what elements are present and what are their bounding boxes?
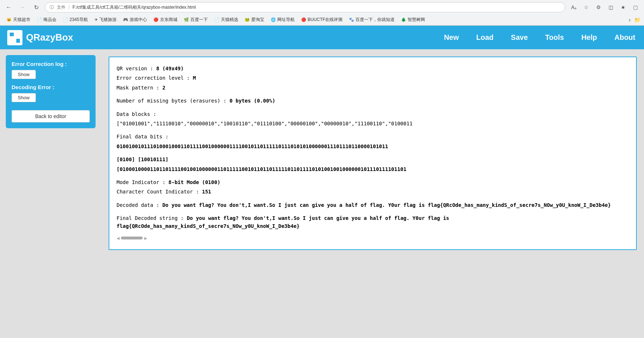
final-data-bits-label-line: Final data bits : — [117, 133, 629, 141]
bookmarks-more-button[interactable]: › — [627, 17, 632, 23]
doc-label: 文件 — [57, 4, 66, 11]
back-nav-button[interactable]: ← — [4, 2, 14, 12]
error-correction-value: M — [193, 75, 196, 81]
bookmark-label: 天猫超市 — [13, 17, 30, 23]
bookmark-label: 2345导航 — [70, 17, 88, 23]
bookmark-zhihui[interactable]: 🌲 智慧树网 — [398, 16, 428, 24]
decoded-data-value: Do you want flag? You don't,I want.So I … — [162, 202, 611, 208]
qr-version-line: QR version : 8 (49x49) — [117, 64, 629, 72]
browser-toolbar: ← → ↻ ⓘ 文件 | F:/ctf集成工具/ctf工具箱/二维码相关/qra… — [0, 0, 644, 14]
bookmark-folder-icon[interactable]: 📁 — [634, 17, 640, 23]
bookmark-label: 爱淘宝 — [251, 17, 264, 23]
bookmark-vip[interactable]: 📄 唯品会 — [34, 16, 59, 24]
mask-pattern-line: Mask pattern : 2 — [117, 84, 629, 92]
char-count-label: Character Count Indicator : — [117, 189, 202, 195]
separator: | — [68, 5, 70, 10]
bookmark-label: 唯品会 — [43, 17, 56, 23]
app-logo: QRazyBox — [7, 30, 73, 45]
bookmark-label: 飞猪旅游 — [99, 17, 117, 23]
buuctf-icon: 🔴 — [301, 17, 306, 22]
segment1-line: [0100] [10010111] — [117, 155, 629, 163]
mode-indicator-line: Mode Indicator : 8-bit Mode (0100) — [117, 178, 629, 186]
bookmark-baidu[interactable]: 🌿 百度一下 — [181, 16, 211, 24]
nav-load[interactable]: Load — [475, 30, 495, 45]
translate-button[interactable]: Aₐ — [569, 2, 579, 12]
app-name: QRazyBox — [26, 32, 73, 43]
scrollbar-track[interactable] — [121, 237, 143, 239]
bookmark-label: 百度一下 — [190, 17, 208, 23]
main-layout: Error Correction log : Show Decoding Err… — [0, 49, 644, 338]
bookmark-jd[interactable]: 🔴 京东商城 — [151, 16, 180, 24]
feizhu-icon: ✈ — [94, 17, 98, 22]
wangzhi-icon: 🌐 — [271, 17, 276, 22]
bookmark-tianmaojing[interactable]: 📄 天猫精选 — [211, 16, 241, 24]
bookmark-label: 天猫精选 — [221, 17, 238, 23]
missing-bytes-label: Number of missing bytes (erasures) : — [117, 98, 230, 104]
mask-pattern-label: Mask pattern : — [117, 85, 162, 91]
baidu2-icon: 🐾 — [349, 17, 354, 22]
reload-button[interactable]: ↻ — [31, 2, 41, 12]
info-icon: ⓘ — [50, 4, 54, 11]
content-area: QR version : 8 (49x49) Error correction … — [101, 49, 644, 338]
url-text: F:/ctf集成工具/ctf工具箱/二维码相关/qrazybox-master/… — [72, 4, 196, 11]
favorites-button[interactable]: ★ — [618, 2, 628, 12]
mode-indicator-label: Mode Indicator : — [117, 179, 168, 185]
logo-cell-tr — [16, 32, 21, 37]
qr-version-value: 8 (49x49) — [156, 66, 184, 71]
data-blocks-value-line: ["01001001","11110010","00000010","10010… — [117, 120, 629, 128]
data-blocks-value: ["01001001","11110010","00000010","10010… — [117, 121, 413, 126]
nav-about[interactable]: About — [613, 30, 637, 45]
nav-help[interactable]: Help — [580, 30, 598, 45]
bookmark-2345[interactable]: 📄 2345导航 — [60, 16, 91, 24]
bookmark-games[interactable]: 🎮 游戏中心 — [120, 16, 150, 24]
bookmark-star-button[interactable]: ☆ — [581, 2, 591, 12]
segment2-line: [010001000011011011110010010000001101111… — [117, 165, 629, 173]
collections-button[interactable]: ▢ — [630, 2, 640, 12]
forward-nav-button[interactable]: → — [17, 2, 28, 12]
final-data-bits-value: 0100100101110100010001101111001000000111… — [117, 143, 388, 149]
decode-result-box: QR version : 8 (49x49) Error correction … — [109, 57, 637, 250]
split-view-button[interactable]: ◫ — [606, 2, 616, 12]
bookmark-taobao[interactable]: 🐸 爱淘宝 — [242, 16, 267, 24]
show-error-correction-button[interactable]: Show — [12, 70, 36, 79]
bookmark-feizhu[interactable]: ✈ 飞猪旅游 — [92, 16, 119, 24]
char-count-line: Character Count Indicator : 151 — [117, 188, 629, 196]
nav-save[interactable]: Save — [509, 30, 529, 45]
back-to-editor-button[interactable]: Back to editor — [12, 110, 90, 122]
logo-icon — [7, 30, 22, 45]
bookmark-label: BUUCTF在线评测 — [308, 17, 343, 23]
games-icon: 🎮 — [123, 17, 128, 22]
sidebar-panel: Error Correction log : Show Decoding Err… — [6, 55, 96, 128]
bookmark-label: 百度一下，你就知道 — [355, 17, 395, 23]
bookmark-tianmao[interactable]: 🐱 天猫超市 — [4, 16, 33, 24]
final-data-bits-label: Final data bits : — [117, 134, 168, 139]
qr-version-label: QR version : — [117, 66, 156, 71]
show-decoding-error-button[interactable]: Show — [12, 93, 36, 102]
2345-icon: 📄 — [63, 17, 68, 22]
decoded-data-line: Decoded data : Do you want flag? You don… — [117, 201, 629, 209]
address-bar[interactable]: ⓘ 文件 | F:/ctf集成工具/ctf工具箱/二维码相关/qrazybox-… — [45, 2, 565, 12]
final-data-bits-value-line: 0100100101110100010001101111001000000111… — [117, 142, 629, 150]
bookmark-buuctf[interactable]: 🔴 BUUCTF在线评测 — [298, 16, 346, 24]
bookmark-label: 网址导航 — [277, 17, 295, 23]
scroll-right-arrow: ▶ — [144, 234, 147, 242]
error-correction-line: Error correction level : M — [117, 74, 629, 82]
bookmark-baidu2[interactable]: 🐾 百度一下，你就知道 — [346, 16, 397, 24]
settings-button[interactable]: ⚙ — [593, 2, 603, 12]
missing-bytes-line: Number of missing bytes (erasures) : 0 b… — [117, 97, 629, 105]
vip-icon: 📄 — [37, 17, 42, 22]
bookmark-label: 游戏中心 — [130, 17, 147, 23]
nav-tools[interactable]: Tools — [544, 30, 565, 45]
bookmarks-bar: 🐱 天猫超市 📄 唯品会 📄 2345导航 ✈ 飞猪旅游 🎮 游戏中心 🔴 京东… — [0, 14, 644, 25]
baidu-icon: 🌿 — [184, 17, 189, 22]
bookmark-wangzhi[interactable]: 🌐 网址导航 — [268, 16, 298, 24]
char-count-value: 151 — [202, 189, 211, 195]
logo-cell-tl — [9, 32, 14, 37]
tianmao-icon: 🐱 — [7, 17, 12, 22]
data-blocks-label: Data blocks : — [117, 111, 156, 117]
tianmaojing-icon: 📄 — [214, 17, 219, 22]
error-correction-label: Error correction level : — [117, 75, 193, 81]
nav-new[interactable]: New — [442, 30, 460, 45]
missing-bytes-value: 0 bytes (0.00%) — [230, 98, 275, 104]
data-blocks-label-line: Data blocks : — [117, 110, 629, 118]
